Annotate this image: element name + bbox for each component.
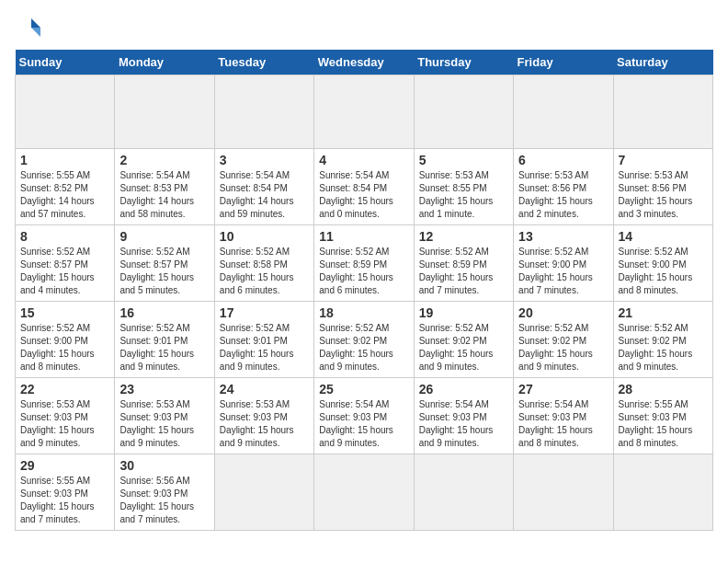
- table-row: [414, 454, 513, 531]
- day-info: Sunrise: 5:53 AM Sunset: 9:03 PM Dayligh…: [20, 398, 109, 450]
- day-number: 20: [518, 305, 608, 320]
- header-saturday: Saturday: [613, 50, 712, 75]
- calendar-row: 22Sunrise: 5:53 AM Sunset: 9:03 PM Dayli…: [16, 378, 713, 454]
- table-row: 23Sunrise: 5:53 AM Sunset: 9:03 PM Dayli…: [115, 378, 214, 454]
- table-row: [613, 454, 712, 531]
- day-number: 22: [20, 382, 109, 396]
- table-row: [214, 454, 313, 531]
- day-info: Sunrise: 5:52 AM Sunset: 9:00 PM Dayligh…: [20, 322, 109, 373]
- day-info: Sunrise: 5:52 AM Sunset: 9:02 PM Dayligh…: [419, 322, 508, 373]
- table-row: 24Sunrise: 5:53 AM Sunset: 9:03 PM Dayli…: [214, 378, 313, 454]
- calendar-row: [16, 75, 713, 149]
- table-row: [115, 75, 214, 149]
- table-row: [414, 75, 513, 149]
- day-info: Sunrise: 5:54 AM Sunset: 8:53 PM Dayligh…: [119, 169, 209, 221]
- calendar-row: 29Sunrise: 5:55 AM Sunset: 9:03 PM Dayli…: [16, 454, 713, 531]
- day-info: Sunrise: 5:52 AM Sunset: 8:58 PM Dayligh…: [220, 246, 309, 297]
- day-number: 7: [619, 153, 708, 167]
- table-row: 30Sunrise: 5:56 AM Sunset: 9:03 PM Dayli…: [115, 454, 214, 531]
- table-row: 20Sunrise: 5:52 AM Sunset: 9:02 PM Dayli…: [514, 302, 613, 378]
- day-info: Sunrise: 5:54 AM Sunset: 9:03 PM Dayligh…: [419, 398, 508, 450]
- day-info: Sunrise: 5:52 AM Sunset: 9:00 PM Dayligh…: [619, 246, 708, 297]
- day-number: 17: [220, 305, 309, 320]
- day-number: 3: [220, 153, 309, 167]
- day-number: 4: [319, 153, 408, 167]
- day-info: Sunrise: 5:55 AM Sunset: 8:52 PM Dayligh…: [20, 169, 109, 221]
- day-number: 25: [319, 382, 408, 396]
- day-info: Sunrise: 5:53 AM Sunset: 9:03 PM Dayligh…: [119, 398, 209, 450]
- day-number: 9: [119, 229, 209, 244]
- header-friday: Friday: [514, 50, 613, 75]
- table-row: 14Sunrise: 5:52 AM Sunset: 9:00 PM Dayli…: [613, 225, 712, 302]
- svg-marker-2: [31, 28, 40, 37]
- day-info: Sunrise: 5:53 AM Sunset: 8:56 PM Dayligh…: [619, 169, 708, 221]
- header-monday: Monday: [115, 50, 214, 75]
- table-row: 26Sunrise: 5:54 AM Sunset: 9:03 PM Dayli…: [414, 378, 513, 454]
- day-number: 11: [319, 229, 408, 244]
- header-sunday: Sunday: [16, 50, 115, 75]
- day-number: 18: [319, 305, 408, 320]
- table-row: [16, 75, 115, 149]
- day-info: Sunrise: 5:54 AM Sunset: 8:54 PM Dayligh…: [220, 169, 309, 221]
- day-number: 6: [518, 153, 608, 167]
- day-number: 29: [20, 458, 109, 473]
- day-number: 14: [619, 229, 708, 244]
- day-info: Sunrise: 5:52 AM Sunset: 8:57 PM Dayligh…: [20, 246, 109, 297]
- day-info: Sunrise: 5:52 AM Sunset: 8:59 PM Dayligh…: [419, 246, 508, 297]
- table-row: 7Sunrise: 5:53 AM Sunset: 8:56 PM Daylig…: [613, 149, 712, 225]
- day-number: 23: [119, 382, 209, 396]
- table-row: 16Sunrise: 5:52 AM Sunset: 9:01 PM Dayli…: [115, 302, 214, 378]
- calendar-row: 15Sunrise: 5:52 AM Sunset: 9:00 PM Dayli…: [16, 302, 713, 378]
- table-row: 13Sunrise: 5:52 AM Sunset: 9:00 PM Dayli…: [514, 225, 613, 302]
- table-row: 2Sunrise: 5:54 AM Sunset: 8:53 PM Daylig…: [115, 149, 214, 225]
- day-info: Sunrise: 5:54 AM Sunset: 8:54 PM Dayligh…: [319, 169, 408, 221]
- logo-icon: [15, 15, 44, 40]
- table-row: 19Sunrise: 5:52 AM Sunset: 9:02 PM Dayli…: [414, 302, 513, 378]
- day-info: Sunrise: 5:53 AM Sunset: 9:03 PM Dayligh…: [220, 398, 309, 450]
- table-row: 28Sunrise: 5:55 AM Sunset: 9:03 PM Dayli…: [613, 378, 712, 454]
- day-number: 27: [518, 382, 608, 396]
- table-row: 21Sunrise: 5:52 AM Sunset: 9:02 PM Dayli…: [613, 302, 712, 378]
- day-number: 8: [20, 229, 109, 244]
- day-number: 16: [119, 305, 209, 320]
- day-info: Sunrise: 5:52 AM Sunset: 9:02 PM Dayligh…: [619, 322, 708, 373]
- table-row: 18Sunrise: 5:52 AM Sunset: 9:02 PM Dayli…: [314, 302, 414, 378]
- header-wednesday: Wednesday: [314, 50, 414, 75]
- table-row: [514, 454, 613, 531]
- table-row: [214, 75, 313, 149]
- logo: [15, 15, 48, 40]
- day-info: Sunrise: 5:54 AM Sunset: 9:03 PM Dayligh…: [518, 398, 608, 450]
- day-number: 5: [419, 153, 508, 167]
- table-row: 12Sunrise: 5:52 AM Sunset: 8:59 PM Dayli…: [414, 225, 513, 302]
- day-info: Sunrise: 5:52 AM Sunset: 8:57 PM Dayligh…: [119, 246, 209, 297]
- day-info: Sunrise: 5:52 AM Sunset: 9:01 PM Dayligh…: [119, 322, 209, 373]
- day-number: 28: [619, 382, 708, 396]
- day-info: Sunrise: 5:53 AM Sunset: 8:55 PM Dayligh…: [419, 169, 508, 221]
- day-number: 24: [220, 382, 309, 396]
- table-row: [314, 454, 414, 531]
- table-row: 27Sunrise: 5:54 AM Sunset: 9:03 PM Dayli…: [514, 378, 613, 454]
- day-info: Sunrise: 5:54 AM Sunset: 9:03 PM Dayligh…: [319, 398, 408, 450]
- table-row: 6Sunrise: 5:53 AM Sunset: 8:56 PM Daylig…: [514, 149, 613, 225]
- day-number: 1: [20, 153, 109, 167]
- day-info: Sunrise: 5:55 AM Sunset: 9:03 PM Dayligh…: [20, 475, 109, 526]
- day-number: 10: [220, 229, 309, 244]
- table-row: [613, 75, 712, 149]
- header: [15, 15, 713, 40]
- table-row: 3Sunrise: 5:54 AM Sunset: 8:54 PM Daylig…: [214, 149, 313, 225]
- day-info: Sunrise: 5:52 AM Sunset: 9:01 PM Dayligh…: [220, 322, 309, 373]
- table-row: 25Sunrise: 5:54 AM Sunset: 9:03 PM Dayli…: [314, 378, 414, 454]
- day-number: 15: [20, 305, 109, 320]
- table-row: 10Sunrise: 5:52 AM Sunset: 8:58 PM Dayli…: [214, 225, 313, 302]
- day-info: Sunrise: 5:56 AM Sunset: 9:03 PM Dayligh…: [119, 475, 209, 526]
- table-row: [314, 75, 414, 149]
- table-row: 29Sunrise: 5:55 AM Sunset: 9:03 PM Dayli…: [16, 454, 115, 531]
- calendar-row: 8Sunrise: 5:52 AM Sunset: 8:57 PM Daylig…: [16, 225, 713, 302]
- table-row: 9Sunrise: 5:52 AM Sunset: 8:57 PM Daylig…: [115, 225, 214, 302]
- day-number: 30: [119, 458, 209, 473]
- table-row: 8Sunrise: 5:52 AM Sunset: 8:57 PM Daylig…: [16, 225, 115, 302]
- day-number: 12: [419, 229, 508, 244]
- calendar-header-row: Sunday Monday Tuesday Wednesday Thursday…: [16, 50, 713, 75]
- day-info: Sunrise: 5:53 AM Sunset: 8:56 PM Dayligh…: [518, 169, 608, 221]
- table-row: 5Sunrise: 5:53 AM Sunset: 8:55 PM Daylig…: [414, 149, 513, 225]
